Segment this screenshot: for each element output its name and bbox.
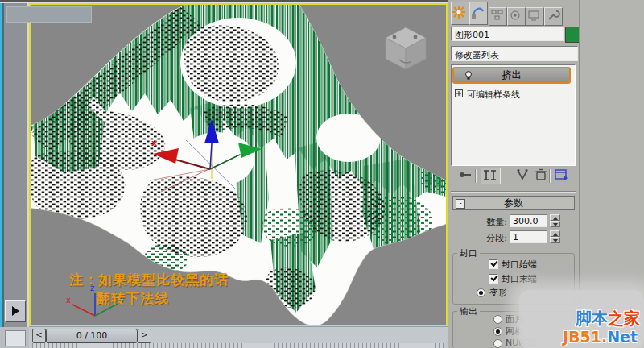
gizmo-x-label: x bbox=[151, 138, 157, 148]
check-icon bbox=[490, 259, 497, 267]
cap-end-checkbox[interactable] bbox=[489, 274, 498, 284]
tab-display[interactable] bbox=[526, 7, 544, 26]
segments-input[interactable]: 1 bbox=[510, 230, 547, 243]
utilities-tab-icon bbox=[545, 8, 560, 23]
tripod-x-label: x bbox=[66, 296, 71, 304]
output-patch-radio[interactable] bbox=[493, 315, 502, 324]
watermark: 脚本之家 JB51.Net bbox=[519, 290, 644, 348]
viewport-note-line2: 翻转下法线 bbox=[97, 289, 169, 308]
spinner-up-icon[interactable] bbox=[550, 214, 560, 221]
watermark-text: JB51. bbox=[563, 328, 607, 346]
modify-tab-icon bbox=[470, 2, 485, 23]
output-nurbs-radio[interactable] bbox=[493, 339, 502, 348]
modifier-label: 挤出 bbox=[502, 69, 522, 81]
create-tab-icon bbox=[452, 2, 467, 23]
check-icon bbox=[490, 274, 497, 281]
show-end-result-button[interactable] bbox=[481, 168, 501, 184]
collapse-icon[interactable]: - bbox=[456, 199, 465, 209]
cap-start-label[interactable]: 封口始端 bbox=[502, 259, 537, 271]
radio-dot-icon bbox=[479, 291, 483, 295]
blank-tooltip-box bbox=[6, 6, 92, 23]
object-color-swatch[interactable] bbox=[565, 27, 580, 43]
tab-utilities[interactable] bbox=[544, 7, 563, 26]
hierarchy-tab-icon bbox=[489, 8, 505, 23]
modifier-stack-item-extrude[interactable]: 挤出 bbox=[452, 67, 571, 84]
play-button[interactable] bbox=[5, 300, 26, 322]
cap-end-label[interactable]: 封口末端 bbox=[502, 273, 537, 285]
tab-motion[interactable] bbox=[507, 7, 526, 26]
track-bar[interactable] bbox=[32, 343, 444, 348]
make-unique-icon[interactable] bbox=[514, 168, 530, 182]
watermark-line2: JB51.Net bbox=[563, 328, 638, 346]
tab-hierarchy[interactable] bbox=[489, 7, 507, 26]
morph-label[interactable]: 变形 bbox=[489, 287, 507, 299]
segments-label: 分段: bbox=[472, 232, 507, 244]
tab-create[interactable] bbox=[451, 2, 469, 25]
modifier-stack: 挤出 可编辑样条线 bbox=[451, 64, 576, 166]
viewport-note-line1: 注：如果模型比较黑的话 bbox=[69, 271, 229, 289]
modifier-list-dropdown[interactable]: 修改器列表 bbox=[451, 46, 578, 61]
plus-box-icon bbox=[455, 89, 463, 97]
modifier-stack-item-editable-spline[interactable]: 可编辑样条线 bbox=[455, 88, 572, 100]
display-tab-icon bbox=[526, 8, 542, 23]
amount-label: 数量: bbox=[472, 216, 507, 228]
toolbar-separator bbox=[475, 169, 477, 183]
watermark-text: 脚本 bbox=[576, 309, 608, 328]
watermark-line1: 脚本之家 bbox=[576, 308, 640, 329]
spinner-down-icon[interactable] bbox=[550, 221, 560, 227]
cap-start-checkbox[interactable] bbox=[489, 259, 498, 269]
max-window: x x y z 注：如果模型比较黑的话 翻转下法线 < bbox=[0, 0, 644, 348]
object-name-input[interactable]: 图形001 bbox=[451, 27, 564, 41]
corner-box bbox=[5, 330, 26, 346]
bottom-left-corner bbox=[0, 327, 29, 348]
toolbar-separator bbox=[549, 169, 551, 183]
left-toolbar bbox=[0, 0, 29, 348]
previous-frame-button[interactable]: < bbox=[32, 329, 46, 343]
modifier-label: 可编辑样条线 bbox=[467, 89, 520, 101]
rollout-title: 参数 bbox=[504, 197, 523, 209]
pin-icon[interactable] bbox=[457, 168, 473, 182]
cap-group-title: 封口 bbox=[457, 247, 480, 259]
amount-input[interactable]: 300.0 bbox=[510, 214, 547, 227]
spinner-down-icon[interactable] bbox=[550, 237, 560, 243]
play-icon bbox=[12, 306, 19, 316]
remove-modifier-icon[interactable] bbox=[533, 168, 549, 182]
watermark-text: Net bbox=[607, 328, 638, 346]
tab-modify[interactable] bbox=[469, 2, 488, 25]
left-edge-shade bbox=[2, 0, 4, 348]
next-frame-button[interactable]: > bbox=[138, 329, 151, 343]
morph-radio[interactable] bbox=[477, 288, 485, 297]
bulb-icon bbox=[464, 70, 473, 81]
timeline-bar: < 0 / 100 > bbox=[29, 326, 448, 348]
spinner-up-icon[interactable] bbox=[550, 230, 560, 237]
panel-separator bbox=[451, 191, 576, 193]
time-slider[interactable]: 0 / 100 bbox=[46, 329, 138, 343]
watermark-text: 之家 bbox=[608, 309, 640, 328]
amount-spinner[interactable] bbox=[550, 214, 560, 227]
radio-dot-icon bbox=[496, 329, 500, 334]
output-group-title: 输出 bbox=[457, 305, 480, 317]
parameters-rollout-header[interactable]: - 参数 bbox=[452, 196, 575, 210]
output-mesh-radio[interactable] bbox=[493, 327, 502, 336]
configure-modifier-sets-icon[interactable] bbox=[554, 168, 570, 182]
show-end-result-icon bbox=[481, 168, 498, 182]
segments-spinner[interactable] bbox=[550, 230, 560, 243]
motion-tab-icon bbox=[508, 8, 523, 23]
stack-toolbar bbox=[451, 168, 578, 185]
